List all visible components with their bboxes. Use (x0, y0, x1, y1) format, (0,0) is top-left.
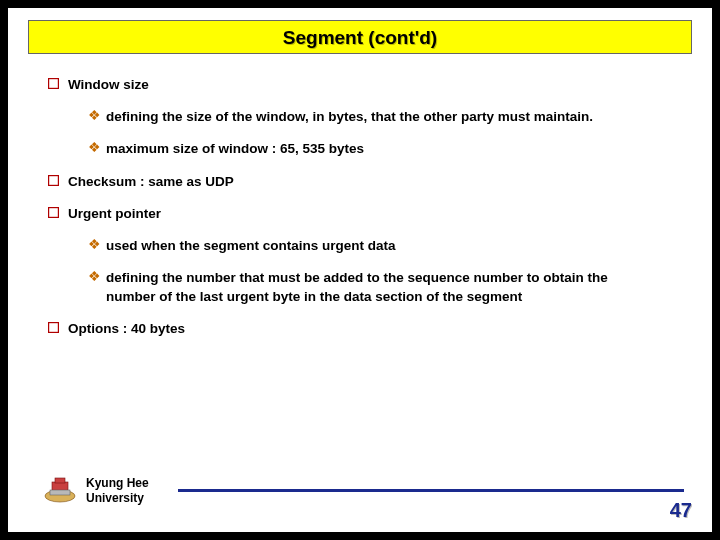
list-item-label: Window size (68, 76, 672, 94)
list-item: Window size (48, 76, 672, 94)
page-number: 47 (670, 499, 692, 522)
list-subitem-text: defining the size of the window, in byte… (106, 108, 672, 126)
university-logo-icon (42, 474, 78, 504)
list-item-label: Checksum : same as UDP (68, 173, 672, 191)
list-subitem-text: defining the number that must be added t… (106, 269, 672, 305)
slide-content: Window size ❖ defining the size of the w… (8, 54, 712, 338)
list-subitem: ❖ defining the number that must be added… (88, 269, 672, 305)
university-name: Kyung Hee University (86, 476, 149, 506)
square-bullet-icon (48, 205, 68, 218)
svg-rect-3 (49, 322, 59, 332)
slide-title-bar: Segment (cont'd) (28, 20, 692, 54)
square-bullet-icon (48, 76, 68, 89)
diamond-bullet-icon: ❖ (88, 140, 106, 155)
diamond-bullet-icon: ❖ (88, 237, 106, 252)
diamond-bullet-icon: ❖ (88, 269, 106, 284)
svg-rect-1 (49, 175, 59, 185)
svg-rect-6 (55, 478, 65, 483)
square-bullet-icon (48, 320, 68, 333)
footer-divider (178, 489, 684, 492)
svg-rect-7 (50, 490, 70, 495)
list-item: Checksum : same as UDP (48, 173, 672, 191)
list-item-label: Urgent pointer (68, 205, 672, 223)
svg-rect-0 (49, 79, 59, 89)
square-bullet-icon (48, 173, 68, 186)
university-line2: University (86, 491, 144, 505)
slide-footer: Kyung Hee University 47 (8, 472, 712, 522)
list-item: Urgent pointer (48, 205, 672, 223)
list-subitem: ❖ maximum size of window : 65, 535 bytes (88, 140, 672, 158)
list-item: Options : 40 bytes (48, 320, 672, 338)
diamond-bullet-icon: ❖ (88, 108, 106, 123)
list-subitem: ❖ used when the segment contains urgent … (88, 237, 672, 255)
list-subitem-text: used when the segment contains urgent da… (106, 237, 672, 255)
list-subitem-text: maximum size of window : 65, 535 bytes (106, 140, 672, 158)
list-item-label: Options : 40 bytes (68, 320, 672, 338)
list-subitem: ❖ defining the size of the window, in by… (88, 108, 672, 126)
university-line1: Kyung Hee (86, 476, 149, 490)
slide-title: Segment (cont'd) (29, 27, 691, 49)
svg-rect-2 (49, 207, 59, 217)
